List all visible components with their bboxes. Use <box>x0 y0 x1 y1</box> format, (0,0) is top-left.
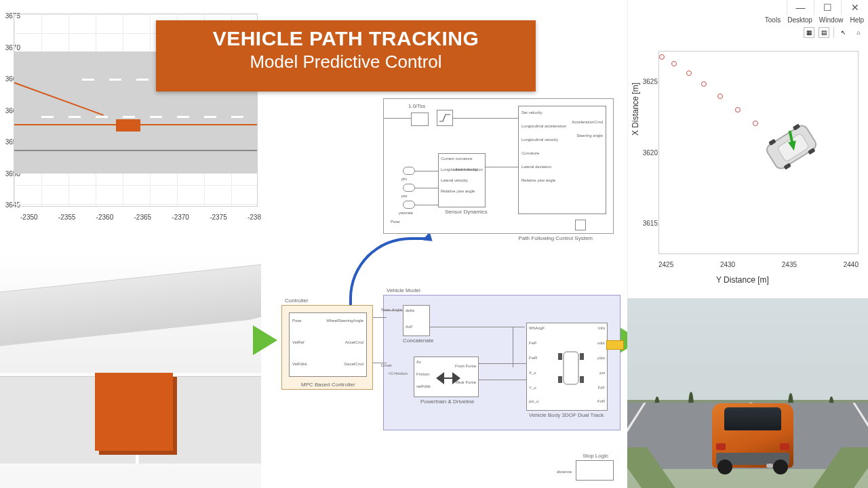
toolbar-home-icon[interactable]: ⌂ <box>853 27 864 38</box>
block-path-following[interactable]: Set velocity Longitudinal acceleration L… <box>518 106 606 214</box>
block-gain[interactable] <box>411 113 429 126</box>
port-label: FzF <box>598 386 605 390</box>
xtick: -2350 <box>20 214 38 221</box>
panel-left-bottom-scene <box>0 251 261 488</box>
wire <box>415 188 438 188</box>
port-label: Lateral deviation <box>521 165 551 169</box>
block-concatenate[interactable]: delta AxF <box>403 305 430 336</box>
block-signal-icon[interactable] <box>437 110 453 126</box>
port-label: psi_o <box>529 399 538 403</box>
menu-window[interactable]: Window <box>819 16 844 24</box>
svg-rect-7 <box>580 376 584 383</box>
wire <box>384 310 403 311</box>
inport[interactable] <box>403 167 415 175</box>
toolbar-grid-icon[interactable]: ▦ <box>804 27 814 38</box>
toolbar: ▦ ▤ ↖ ⌂ <box>804 27 864 38</box>
exhaust <box>766 464 773 468</box>
xtick: 2425 <box>658 261 673 268</box>
toolbar-sep <box>833 27 834 38</box>
inport[interactable] <box>403 201 415 209</box>
wire <box>513 327 513 367</box>
close-button[interactable]: ✕ <box>841 0 868 15</box>
figure-xticks: 2425 2430 2435 2440 <box>658 261 859 268</box>
block-stop-logic[interactable] <box>576 460 614 481</box>
panel-driving-render <box>627 298 868 488</box>
vehicle-body-icon <box>554 348 588 388</box>
xtick: -2355 <box>58 214 76 221</box>
block-label: Stop Logic <box>583 453 608 459</box>
block-mpc-controller[interactable]: Pose VelRef VelFdbk WheelSteeringAngle A… <box>289 312 367 377</box>
outport-xdot[interactable] <box>606 340 624 350</box>
minimize-button[interactable]: — <box>787 0 814 15</box>
port-label: Longitudinal velocity <box>521 138 558 142</box>
waypoint-marker <box>671 61 677 66</box>
xtick: -2370 <box>172 214 189 221</box>
ego-vehicle-cuboid <box>95 373 173 451</box>
figure-axes[interactable] <box>658 51 859 254</box>
menu-tools[interactable]: Tools <box>765 16 781 24</box>
svg-marker-0 <box>436 372 444 384</box>
car-rear-window <box>724 407 781 430</box>
xtick: -2360 <box>96 214 114 221</box>
figure-xlabel: Y Distance [m] <box>716 275 769 285</box>
port-label: X_o <box>529 371 536 375</box>
toolbar-layout-icon[interactable]: ▤ <box>818 27 829 38</box>
block-scope-icon[interactable] <box>575 220 586 230</box>
port-label: Ax <box>416 360 421 364</box>
block-vehicle-body[interactable]: WhAngF FwF FwR X_o Y_o psi_o Info xdot y… <box>526 323 608 411</box>
toolbar-pointer-icon[interactable]: ↖ <box>838 27 849 38</box>
driveline-icon <box>435 369 462 387</box>
port-label: AccelCmd <box>345 340 363 344</box>
menubar: Tools Desktop Window Help <box>765 16 864 24</box>
port-label: DecelCmd <box>344 362 363 366</box>
block-label: Sensor Dynamics <box>445 209 488 215</box>
port-label: Set velocity <box>521 110 542 115</box>
minimize-icon: — <box>796 2 806 13</box>
block-label: Path Following Control System <box>519 235 593 241</box>
menu-desktop[interactable]: Desktop <box>787 16 812 24</box>
port-label: VelFdbk <box>292 362 307 366</box>
port-label: Curvature <box>521 151 539 155</box>
group-label: Vehicle Model <box>387 287 420 293</box>
block-label: MPC Based Controller <box>301 382 355 388</box>
left-plot-xticks: -2350 -2355 -2360 -2365 -2370 -2375 -238 <box>20 214 261 221</box>
subsystem-detail[interactable]: Set velocity Longitudinal acceleration L… <box>383 98 614 234</box>
port-label: FwR <box>529 356 537 360</box>
panel-simulink-diagram[interactable]: Set velocity Longitudinal acceleration L… <box>261 92 627 485</box>
waypoint-marker <box>735 107 741 113</box>
subsystem-vehicle-model[interactable]: Vehicle Model delta AxF Concatenate Ax F… <box>383 295 620 430</box>
port-label: AccelerationCmd <box>572 120 603 124</box>
panel-figure-window: — ☐ ✕ Tools Desktop Window Help ▦ ▤ ↖ ⌂ … <box>627 0 868 298</box>
maximize-button[interactable]: ☐ <box>814 0 841 15</box>
svg-rect-3 <box>564 352 578 384</box>
inport[interactable] <box>403 184 415 192</box>
icon-glyph: ⌂ <box>856 29 860 36</box>
icon-glyph: ▦ <box>806 29 812 36</box>
port-label: Steering angle <box>576 134 603 138</box>
title-line-1: VEHICLE PATH TRACKING <box>170 27 522 50</box>
subsystem-controller[interactable]: Controller Pose VelRef VelFdbk WheelStee… <box>281 305 373 390</box>
svg-rect-5 <box>580 353 584 360</box>
port-label: FzR <box>597 399 605 403</box>
xtick: 2440 <box>844 261 859 268</box>
port-label: Lateral velocity <box>441 178 468 182</box>
port-label: Driver <box>381 363 392 367</box>
ytick: 3625 <box>640 78 658 85</box>
wire <box>479 380 526 380</box>
port-label: Relative yaw angle <box>441 189 475 193</box>
waypoint-marker <box>717 94 723 99</box>
menu-help[interactable]: Help <box>850 16 864 24</box>
wire <box>373 317 387 318</box>
window-titlebar: — ☐ ✕ <box>627 0 868 15</box>
block-label: Powertrain & Driveline <box>420 399 474 405</box>
port-label: phi <box>401 177 407 181</box>
ego-vehicle-render <box>712 403 793 468</box>
port-label: psi <box>599 371 605 375</box>
block-sensor-dynamics[interactable]: Current curvature Longitudinal velocity … <box>438 153 486 207</box>
signal-label: distance <box>557 470 572 474</box>
block-powertrain[interactable]: Ax Friction velFdbk Front Force Rear For… <box>414 357 479 397</box>
stage: VEHICLE PATH TRACKING Model Predictive C… <box>0 0 868 488</box>
port-label: Lateral deviation <box>453 167 483 171</box>
port-label: VelRef <box>292 340 304 344</box>
ego-vehicle-topdown <box>764 123 819 172</box>
